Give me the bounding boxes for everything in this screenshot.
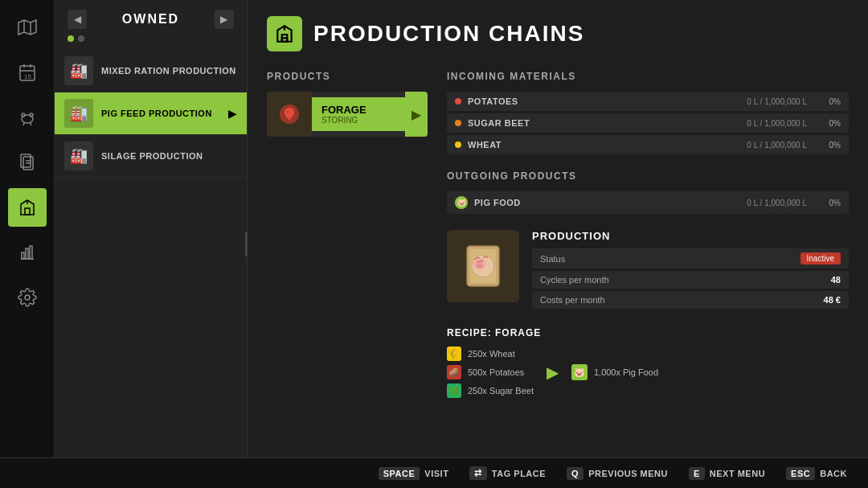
forage-card-arrow: ▶ <box>405 92 428 137</box>
forage-name: FORAGE <box>321 104 395 116</box>
bottom-prev-menu[interactable]: Q PREVIOUS MENU <box>559 464 676 483</box>
sidebar-next-button[interactable]: ▶ <box>215 10 234 29</box>
dot-1 <box>68 35 74 42</box>
recipe-section: RECIPE: FORAGE 🌾 250x Wheat 🥔 500x Potat… <box>447 327 849 398</box>
forage-card-body: FORAGE STORING <box>312 97 405 131</box>
tag-place-label: TAG PLACE <box>492 469 546 478</box>
svg-point-24 <box>477 260 480 264</box>
sugarbeet-recipe-amount: 250x Sugar Beet <box>468 386 534 396</box>
recipe-item-potatoes: 🥔 500x Potatoes <box>447 365 534 379</box>
next-menu-label: NEXT MENU <box>710 469 765 478</box>
silage-icon: 🏭 <box>64 141 93 170</box>
potatoes-amount: 0 L / 1,000,000 L <box>747 97 807 106</box>
page-header-icon <box>267 16 302 51</box>
recipe-layout: 🌾 250x Wheat 🥔 500x Potatoes 🌿 250x Suga… <box>447 347 849 398</box>
costs-label: Costs per month <box>540 295 605 305</box>
recipe-arrow-icon: ▶ <box>547 363 559 382</box>
svg-rect-15 <box>30 246 32 259</box>
outgoing-row-pigfood: 🐷 PIG FOOD 0 L / 1,000,000 L 0% <box>447 191 849 214</box>
recipe-output: 🐷 1,000x Pig Food <box>571 364 658 380</box>
space-key: SPACE <box>379 467 420 480</box>
bottom-space-visit[interactable]: SPACE VISIT <box>371 464 457 483</box>
svg-point-19 <box>287 111 289 113</box>
incoming-section-title: INCOMING MATERIALS <box>447 71 849 82</box>
pigfood-amount: 0 L / 1,000,000 L <box>747 199 807 207</box>
visit-label: VISIT <box>424 469 448 478</box>
svg-point-16 <box>25 295 30 300</box>
production-image <box>447 230 519 302</box>
recipe-inputs: 🌾 250x Wheat 🥔 500x Potatoes 🌿 250x Suga… <box>447 347 534 398</box>
sidebar: ◀ OWNED ▶ 🏭 MIXED RATION PRODUCTION 🏭 PI… <box>55 0 248 488</box>
map-icon[interactable] <box>8 8 47 47</box>
sugarbeet-dot <box>455 120 461 126</box>
building-icon[interactable] <box>8 188 47 227</box>
sidebar-item-silage[interactable]: 🏭 SILAGE PRODUCTION <box>55 135 247 178</box>
svg-point-25 <box>480 260 483 263</box>
wheat-recipe-icon: 🌾 <box>447 347 461 361</box>
animal-icon[interactable] <box>8 98 47 137</box>
prev-menu-label: PREVIOUS MENU <box>588 469 668 478</box>
calendar-icon[interactable]: 15 <box>8 53 47 92</box>
forage-icon <box>267 92 312 137</box>
sidebar-header: ◀ OWNED ▶ <box>55 0 247 35</box>
wheat-dot <box>455 141 461 148</box>
production-cycles-row: Cycles per month 48 <box>532 271 849 289</box>
content-layout: PRODUCTS FORAGE STORING ▶ <box>267 71 849 398</box>
svg-rect-14 <box>26 248 28 259</box>
exchange-key: ⇄ <box>469 466 487 480</box>
production-details: PRODUCTION Status Inactive Cycles per mo… <box>532 230 849 311</box>
sidebar-item-pig-feed[interactable]: 🏭 PIG FEED PRODUCTION ▶ <box>55 92 247 135</box>
material-row-wheat: WHEAT 0 L / 1,000,000 L 0% <box>447 135 849 154</box>
wheat-pct: 0% <box>820 141 841 150</box>
wheat-amount: 0 L / 1,000,000 L <box>747 141 807 150</box>
sugarbeet-recipe-icon: 🌿 <box>447 383 461 398</box>
bottom-tag-place[interactable]: ⇄ TAG PLACE <box>461 463 554 483</box>
pigfood-pct: 0% <box>820 199 841 207</box>
cycles-value: 48 <box>831 275 841 285</box>
mixed-ration-icon: 🏭 <box>64 56 93 85</box>
page-title: PRODUCTION CHAINS <box>313 21 584 47</box>
sugarbeet-pct: 0% <box>820 119 841 128</box>
pigfood-output-icon: 🐷 <box>571 364 588 380</box>
details-section: INCOMING MATERIALS POTATOES 0 L / 1,000,… <box>447 71 849 398</box>
dot-2 <box>78 35 84 42</box>
recipe-title: RECIPE: FORAGE <box>447 327 849 338</box>
svg-point-4 <box>30 113 33 117</box>
sugarbeet-amount: 0 L / 1,000,000 L <box>747 119 807 128</box>
product-card-forage[interactable]: FORAGE STORING ▶ <box>267 92 428 137</box>
potatoes-recipe-amount: 500x Potatoes <box>468 367 524 377</box>
wheat-name: WHEAT <box>468 140 740 150</box>
sidebar-item-arrow: ▶ <box>228 107 237 120</box>
pig-feed-icon: 🏭 <box>64 99 93 128</box>
cycles-label: Cycles per month <box>540 275 609 285</box>
potatoes-recipe-icon: 🥔 <box>447 365 461 379</box>
sidebar-item-label: MIXED RATION PRODUCTION <box>101 66 236 76</box>
material-row-potatoes: POTATOES 0 L / 1,000,000 L 0% <box>447 92 849 111</box>
sugarbeet-name: SUGAR BEET <box>468 118 740 128</box>
bottom-back[interactable]: ESC BACK <box>778 464 855 483</box>
e-key: E <box>689 467 705 480</box>
production-title: PRODUCTION <box>532 230 849 242</box>
products-section: PRODUCTS FORAGE STORING ▶ <box>267 71 428 398</box>
production-costs-row: Costs per month 48 € <box>532 291 849 309</box>
svg-text:15: 15 <box>24 73 31 80</box>
outgoing-section-title: OUTGOING PRODUCTS <box>447 170 849 182</box>
svg-line-6 <box>31 123 31 125</box>
documents-icon[interactable] <box>8 143 47 182</box>
products-section-title: PRODUCTS <box>267 71 428 82</box>
svg-point-26 <box>476 264 484 269</box>
esc-key: ESC <box>786 467 815 480</box>
incoming-materials-section: INCOMING MATERIALS POTATOES 0 L / 1,000,… <box>447 71 849 154</box>
potatoes-dot <box>455 98 461 105</box>
back-label: BACK <box>820 469 847 478</box>
sidebar-item-mixed-ration[interactable]: 🏭 MIXED RATION PRODUCTION <box>55 50 247 92</box>
settings-icon[interactable] <box>8 278 47 317</box>
potatoes-name: POTATOES <box>468 96 740 106</box>
sidebar-prev-button[interactable]: ◀ <box>68 10 87 29</box>
bottom-next-menu[interactable]: E NEXT MENU <box>681 464 773 483</box>
svg-line-5 <box>23 123 24 125</box>
pigfood-icon: 🐷 <box>455 196 468 209</box>
forage-status: STORING <box>321 116 395 125</box>
sidebar-title: OWNED <box>122 12 179 27</box>
stats-icon[interactable] <box>8 233 47 272</box>
